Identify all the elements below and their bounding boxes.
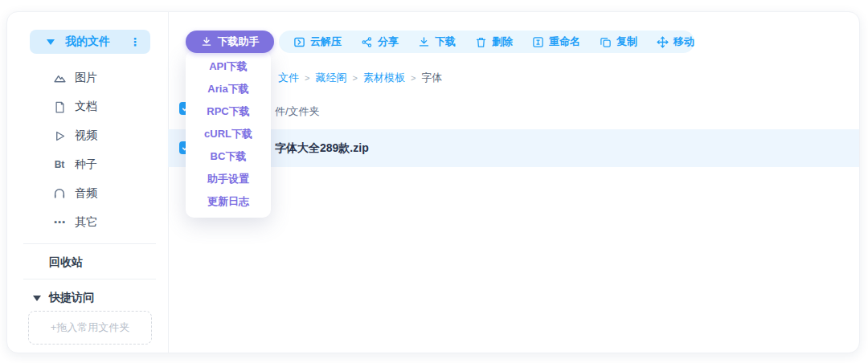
sidebar-item-label: 其它 xyxy=(75,215,97,230)
breadcrumb-separator: > xyxy=(411,73,416,83)
my-files-label: 我的文件 xyxy=(65,35,110,49)
sidebar-item-my-files[interactable]: 我的文件 ⋮ xyxy=(30,30,150,54)
sidebar: 我的文件 ⋮ 图片 文档 视频 Bt 种子 xyxy=(7,12,169,353)
menu-item-bc-download[interactable]: BC下载 xyxy=(186,145,271,168)
delete-button[interactable]: 删除 xyxy=(475,35,513,49)
breadcrumb-item[interactable]: 藏经阁 xyxy=(315,71,346,85)
sidebar-divider xyxy=(23,243,156,244)
sidebar-item-images[interactable]: 图片 xyxy=(7,68,168,88)
rename-button[interactable]: 重命名 xyxy=(532,35,580,49)
trash-icon xyxy=(475,36,487,48)
breadcrumb-separator: > xyxy=(352,73,357,83)
drop-common-folder-zone[interactable]: +拖入常用文件夹 xyxy=(28,311,152,345)
share-button[interactable]: 分享 xyxy=(361,35,399,49)
toolbar-button-label: 分享 xyxy=(378,35,399,49)
breadcrumb-item[interactable]: 素材模板 xyxy=(363,71,405,85)
sidebar-item-label: 音频 xyxy=(75,186,97,201)
recycle-bin-label: 回收站 xyxy=(49,255,83,270)
breadcrumb-item[interactable]: 文件 xyxy=(278,71,299,85)
download-icon xyxy=(201,36,212,47)
file-name[interactable]: 字体大全289款.zip xyxy=(275,141,369,156)
menu-item-curl-download[interactable]: cURL下载 xyxy=(186,123,271,145)
move-icon xyxy=(657,36,669,48)
breadcrumb-item-current: 字体 xyxy=(421,71,442,85)
sidebar-item-label: 视频 xyxy=(75,128,97,143)
list-header-label: 件/文件夹 xyxy=(275,104,320,119)
toolbar-button-label: 云解压 xyxy=(310,35,342,49)
copy-icon xyxy=(600,36,612,48)
sidebar-item-label: 文档 xyxy=(75,100,97,114)
bt-icon: Bt xyxy=(52,157,67,172)
download-button[interactable]: 下载 xyxy=(418,35,456,49)
share-icon xyxy=(361,36,373,48)
download-assistant-menu: API下载 Aria下载 RPC下载 cURL下载 BC下载 助手设置 更新日志 xyxy=(186,51,271,218)
kebab-menu-icon[interactable]: ⋮ xyxy=(129,38,141,46)
toolbar: 云解压 分享 下载 删除 重命名 复制 移动 xyxy=(279,31,694,53)
more-icon-text: ⋯ xyxy=(54,215,66,230)
menu-item-api-download[interactable]: API下载 xyxy=(186,55,271,78)
drop-zone-label: +拖入常用文件夹 xyxy=(51,320,130,335)
move-button[interactable]: 移动 xyxy=(657,35,694,49)
sidebar-item-label: 图片 xyxy=(75,71,97,85)
sidebar-item-others[interactable]: ⋯ 其它 xyxy=(7,213,168,232)
sidebar-item-audio[interactable]: 音频 xyxy=(7,184,168,203)
document-icon xyxy=(52,100,67,114)
toolbar-button-label: 删除 xyxy=(492,35,513,49)
list-header-row: 件/文件夹 xyxy=(168,92,859,129)
menu-item-aria-download[interactable]: Aria下载 xyxy=(186,78,271,100)
more-icon: ⋯ xyxy=(52,215,67,230)
toolbar-button-label: 重命名 xyxy=(549,35,580,49)
download-icon xyxy=(418,36,430,48)
table-row[interactable]: 字体大全289款.zip xyxy=(168,129,859,167)
file-manager-panel: 我的文件 ⋮ 图片 文档 视频 Bt 种子 xyxy=(6,11,860,353)
rename-icon xyxy=(532,36,544,48)
sidebar-item-documents[interactable]: 文档 xyxy=(7,97,168,116)
toolbar-button-label: 移动 xyxy=(674,35,694,49)
sidebar-item-recycle-bin[interactable]: 回收站 xyxy=(7,253,168,272)
download-assistant-button[interactable]: 下载助手 xyxy=(186,31,274,53)
menu-item-rpc-download[interactable]: RPC下载 xyxy=(186,100,271,123)
menu-item-changelog[interactable]: 更新日志 xyxy=(186,190,271,213)
cloud-unzip-button[interactable]: 云解压 xyxy=(293,35,342,49)
breadcrumb: 文件 > 藏经阁 > 素材模板 > 字体 xyxy=(278,71,442,84)
breadcrumb-separator: > xyxy=(305,73,309,83)
triangle-down-icon xyxy=(33,296,41,301)
cloud-unzip-icon xyxy=(293,36,305,48)
sidebar-item-torrents[interactable]: Bt 种子 xyxy=(7,155,168,174)
sidebar-item-quick-access[interactable]: 快捷访问 xyxy=(7,288,168,308)
quick-access-label: 快捷访问 xyxy=(49,291,94,305)
toolbar-button-label: 复制 xyxy=(616,35,637,49)
bt-icon-text: Bt xyxy=(55,159,65,170)
sidebar-item-videos[interactable]: 视频 xyxy=(7,126,168,145)
triangle-down-icon xyxy=(47,39,55,45)
menu-item-assistant-settings[interactable]: 助手设置 xyxy=(186,168,271,190)
sidebar-divider xyxy=(23,279,156,279)
copy-button[interactable]: 复制 xyxy=(600,35,637,49)
toolbar-button-label: 下载 xyxy=(435,35,456,49)
video-icon xyxy=(52,128,67,143)
download-assistant-label: 下载助手 xyxy=(218,35,260,49)
audio-icon xyxy=(52,186,67,201)
image-icon xyxy=(52,71,67,85)
sidebar-item-label: 种子 xyxy=(75,157,97,172)
